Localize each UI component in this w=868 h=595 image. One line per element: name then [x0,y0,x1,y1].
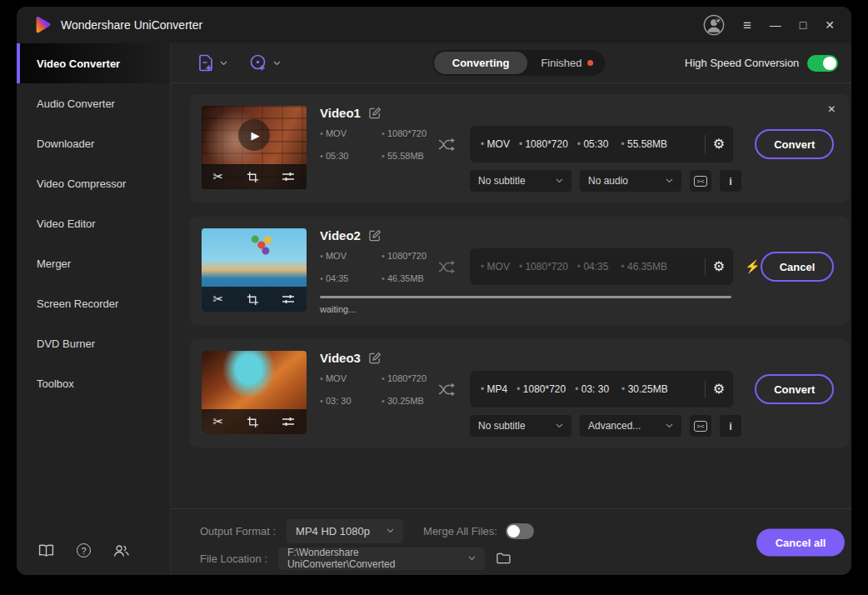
load-dvd-button[interactable] [249,53,281,72]
minimize-button[interactable]: — [770,19,781,31]
output-info: MP4 1080*720 03: 30 30.25MB ⚙ [470,371,733,408]
convert-button[interactable]: Convert [755,129,834,159]
shuffle-icon [438,382,460,397]
add-files-button[interactable] [197,53,227,72]
sidebar-item-toolbox[interactable]: Toolbox [17,363,170,403]
remove-task-icon[interactable]: ✕ [827,103,836,115]
chevron-down-icon [220,61,227,66]
chevron-down-icon [666,423,673,428]
chevron-down-icon [556,423,563,428]
tab-converting[interactable]: Converting [434,52,528,74]
chevron-down-icon [556,178,563,183]
guide-book-icon[interactable] [38,542,54,558]
titlebar: Wondershare UniConverter ≡ — □ ✕ [17,7,851,43]
open-folder-icon[interactable] [496,552,511,564]
shuffle-icon [438,138,460,152]
sidebar-item-audio-converter[interactable]: Audio Converter [17,83,170,123]
task-row-video1: ▶ ✂ Video1 [190,94,849,202]
source-info: MOV 1080*720 04:35 46.35MB [320,251,436,283]
info-button[interactable]: i [720,170,741,192]
sidebar-item-video-compressor[interactable]: Video Compressor [17,163,170,203]
compress-button[interactable]: >< [690,415,711,437]
video-thumbnail[interactable]: ✂ [202,351,307,434]
sidebar-item-downloader[interactable]: Downloader [17,123,170,163]
video-title: Video3 [320,351,361,365]
chevron-down-icon [666,178,673,183]
app-title: Wondershare UniConverter [61,18,202,32]
task-row-video3: ✂ Video3 MOV 1080*72 [190,339,849,448]
edit-name-icon[interactable] [369,107,382,119]
video-title: Video2 [320,228,361,242]
edit-name-icon[interactable] [369,229,382,242]
add-file-icon [197,53,215,72]
high-speed-icon: ⚡ [745,259,761,274]
file-location-label: File Location : [200,552,267,565]
source-info: MOV 1080*720 03: 30 30.25MB [320,373,436,406]
crop-icon[interactable] [247,416,259,428]
convert-button[interactable]: Convert [755,374,834,404]
video-thumbnail[interactable]: ▶ ✂ [202,106,307,189]
output-info: MOV 1080*720 05:30 55.58MB ⚙ [470,126,733,162]
high-speed-label: High Speed Conversion [685,57,799,69]
merge-toggle[interactable] [506,523,534,539]
sidebar: Video Converter Audio Converter Download… [17,43,171,575]
file-location-dropdown[interactable]: F:\Wondershare UniConverter\Converted [278,548,485,570]
sidebar-item-dvd-burner[interactable]: DVD Burner [17,323,170,363]
app-logo-icon [32,15,52,35]
settings-gear-icon[interactable]: ⚙ [713,260,725,273]
crop-icon[interactable] [247,171,259,183]
close-button[interactable]: ✕ [825,19,835,31]
output-format-dropdown[interactable]: MP4 HD 1080p [287,519,403,543]
audio-dropdown[interactable]: No audio [580,170,681,192]
task-list: ▶ ✂ Video1 [171,83,851,508]
account-avatar[interactable] [703,14,725,36]
video-thumbnail[interactable]: ✂ [202,228,307,312]
edit-name-icon[interactable] [369,352,382,364]
cancel-all-button[interactable]: Cancel all [756,528,846,556]
output-format-label: Output Format : [200,525,276,538]
output-info: MOV 1080*720 04:35 46.35MB ⚙ [470,248,733,285]
tab-finished[interactable]: Finished [527,57,603,69]
high-speed-toggle[interactable] [807,55,838,72]
settings-gear-icon[interactable]: ⚙ [713,382,725,396]
output-settings-bar: Output Format : MP4 HD 1080p Merge All F… [171,508,851,575]
trim-icon[interactable]: ✂ [213,414,224,429]
effects-icon[interactable] [282,416,295,428]
chevron-down-icon [273,61,281,66]
add-disc-icon [249,53,268,72]
toolbar: Converting Finished High Speed Conversio… [171,43,851,83]
chevron-down-icon [468,556,476,561]
source-info: MOV 1080*720 05:30 55.58MB [320,128,436,161]
info-button[interactable]: i [720,415,741,437]
effects-icon[interactable] [282,171,295,182]
subtitle-dropdown[interactable]: No subtitle [470,170,571,192]
sidebar-item-merger[interactable]: Merger [17,243,170,283]
task-row-video2: ✂ Video2 MOV 1080*72 [190,217,849,325]
status-tabs: Converting Finished [432,50,606,76]
help-icon[interactable]: ? [76,542,92,558]
cancel-button[interactable]: Cancel [761,252,835,282]
sidebar-item-video-editor[interactable]: Video Editor [17,203,170,243]
chevron-down-icon [387,528,394,533]
menu-button[interactable]: ≡ [743,18,751,32]
trim-icon[interactable]: ✂ [213,292,224,307]
status-text: waiting... [320,304,837,314]
finished-badge [588,60,594,66]
crop-icon[interactable] [247,293,259,306]
progress-bar [320,296,731,298]
app-window: Wondershare UniConverter ≡ — □ ✕ Video C… [17,7,851,575]
shuffle-icon [438,260,460,274]
maximize-button[interactable]: □ [800,19,806,31]
subtitle-dropdown[interactable]: No subtitle [470,415,571,437]
trim-icon[interactable]: ✂ [213,169,224,184]
compress-button[interactable]: >< [690,170,711,192]
audio-dropdown[interactable]: Advanced... [580,415,681,437]
video-title: Video1 [320,106,361,120]
contact-us-icon[interactable] [113,542,129,558]
effects-icon[interactable] [282,293,295,305]
sidebar-item-video-converter[interactable]: Video Converter [17,43,170,83]
settings-gear-icon[interactable]: ⚙ [713,138,725,151]
sidebar-item-screen-recorder[interactable]: Screen Recorder [17,283,170,323]
play-icon[interactable]: ▶ [238,119,270,151]
merge-all-files-label: Merge All Files: [423,525,497,538]
